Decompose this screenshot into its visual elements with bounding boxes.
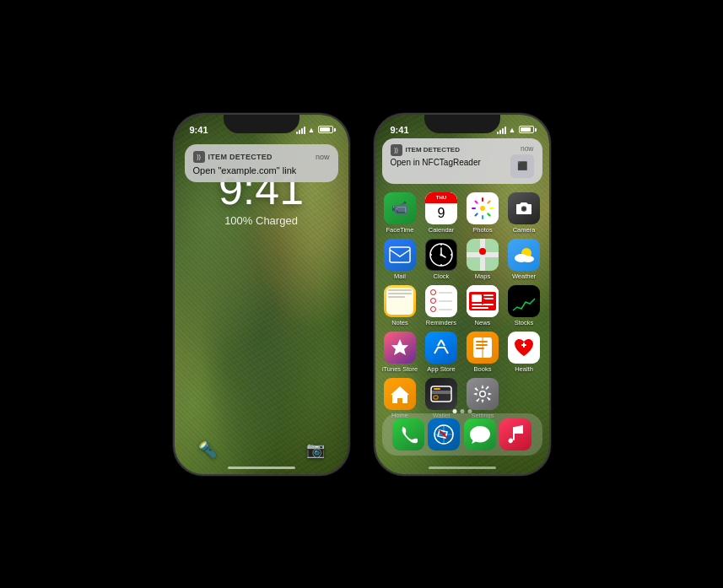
svg-rect-38: [476, 344, 488, 346]
notif-left: )) ITEM DETECTED: [193, 151, 272, 163]
svg-rect-45: [434, 388, 440, 390]
svg-rect-9: [474, 200, 478, 204]
dock-messages[interactable]: [464, 418, 496, 450]
app-news[interactable]: News: [465, 285, 501, 326]
svg-point-19: [430, 254, 432, 256]
svg-rect-8: [472, 208, 476, 209]
svg-rect-7: [474, 212, 478, 216]
app-reminders[interactable]: Reminders: [424, 285, 460, 326]
dock-safari[interactable]: [428, 418, 460, 450]
phone-right: 9:41 ▲ )): [374, 113, 551, 476]
app-clock[interactable]: Clock: [424, 239, 460, 280]
svg-rect-55: [513, 427, 515, 440]
dock: [382, 413, 542, 456]
notif-body: Open "example.com" link: [193, 165, 330, 175]
svg-point-20: [451, 254, 452, 256]
home-status-time: 9:41: [391, 125, 409, 135]
svg-marker-35: [391, 339, 408, 355]
home-notif-title: ITEM DETECTED: [406, 146, 460, 154]
svg-rect-31: [483, 294, 494, 296]
svg-point-54: [442, 433, 445, 435]
nfc-icon: )): [193, 151, 205, 163]
top-notif-header: )) ITEM DETECTED: [391, 144, 510, 156]
svg-point-1: [480, 206, 485, 211]
home-notification-banner[interactable]: )) ITEM DETECTED Open in NFCTagReader no…: [382, 138, 542, 184]
app-stocks[interactable]: Stocks: [506, 285, 542, 326]
svg-rect-3: [487, 200, 491, 204]
notif-header: )) ITEM DETECTED now: [193, 151, 330, 163]
itunes-store-label: iTunes Store: [382, 365, 418, 373]
app-health[interactable]: Health: [506, 332, 542, 373]
page-dot-1: [452, 409, 456, 413]
svg-point-11: [522, 207, 526, 210]
svg-point-48: [481, 391, 485, 396]
home-battery-icon: [519, 126, 534, 133]
svg-rect-12: [390, 247, 410, 262]
status-icons: ▲: [296, 126, 333, 134]
bottom-controls: 🔦 📷: [175, 440, 348, 459]
page-dot-2: [460, 409, 464, 413]
svg-rect-30: [472, 294, 482, 302]
nfc-app-icon: ⬛: [510, 154, 534, 178]
phone-left: 9:41 ▲ 🔒 9:41: [173, 113, 350, 476]
svg-rect-44: [431, 391, 451, 394]
svg-rect-5: [487, 212, 491, 216]
lock-screen: 9:41 ▲ 🔒 9:41: [175, 115, 348, 474]
app-notes[interactable]: Notes: [382, 285, 418, 326]
flashlight-icon[interactable]: 🔦: [198, 440, 217, 459]
dock-phone[interactable]: [392, 418, 424, 450]
home-screen: 9:41 ▲ )): [375, 115, 549, 474]
notif-time: now: [316, 153, 330, 161]
home-nfc-icon: )): [391, 144, 402, 156]
phones-container: 9:41 ▲ 🔒 9:41: [173, 113, 551, 476]
page-dot-3: [467, 409, 472, 413]
home-notif-body: Open in NFCTagReader: [391, 158, 510, 167]
home-signal-icon: [497, 126, 506, 134]
camera-quick-icon[interactable]: 📷: [306, 440, 325, 459]
home-status-icons: ▲: [497, 126, 534, 134]
notif-title: ITEM DETECTED: [208, 153, 272, 161]
svg-point-17: [440, 244, 442, 245]
wifi-icon: ▲: [308, 126, 316, 134]
home-indicator: [228, 467, 295, 469]
power-button-right[interactable]: [549, 191, 551, 237]
app-photos[interactable]: Photos: [465, 192, 501, 234]
svg-point-27: [522, 256, 534, 262]
app-maps[interactable]: Maps: [465, 239, 501, 280]
app-calendar[interactable]: THU 9 Calendar: [424, 192, 460, 234]
app-app-store[interactable]: App Store: [424, 332, 460, 373]
home-screen-indicator: [429, 467, 496, 469]
notch: [224, 115, 299, 133]
dock-music[interactable]: [499, 418, 531, 450]
svg-rect-37: [476, 341, 488, 343]
home-wifi-icon: ▲: [509, 126, 516, 134]
app-camera[interactable]: Camera: [506, 192, 542, 234]
svg-rect-6: [482, 215, 483, 219]
svg-point-18: [440, 264, 442, 266]
page-dots: [452, 409, 472, 413]
lock-notification-banner[interactable]: )) ITEM DETECTED now Open "example.com" …: [185, 144, 338, 182]
power-button[interactable]: [348, 191, 350, 237]
svg-rect-4: [489, 208, 494, 209]
svg-rect-2: [482, 197, 483, 202]
signal-icon: [296, 126, 305, 134]
app-facetime[interactable]: 📹 FaceTime: [382, 192, 418, 234]
app-grid: 📹 FaceTime THU 9 Calendar: [382, 192, 542, 419]
svg-rect-46: [434, 396, 438, 399]
svg-point-16: [440, 253, 443, 256]
home-notch: [424, 115, 500, 133]
app-books[interactable]: Books: [465, 332, 501, 373]
svg-rect-42: [523, 343, 525, 348]
lock-charged-status: 100% Charged: [224, 214, 298, 227]
svg-rect-34: [472, 307, 488, 309]
status-time: 9:41: [190, 125, 208, 135]
top-notif-left: )) ITEM DETECTED Open in NFCTagReader: [391, 144, 510, 167]
app-weather[interactable]: Weather: [506, 239, 542, 280]
home-notif-time: now: [521, 144, 534, 153]
app-mail[interactable]: Mail: [382, 239, 418, 280]
app-itunes-store[interactable]: iTunes Store: [382, 332, 418, 373]
battery-icon: [318, 126, 333, 133]
